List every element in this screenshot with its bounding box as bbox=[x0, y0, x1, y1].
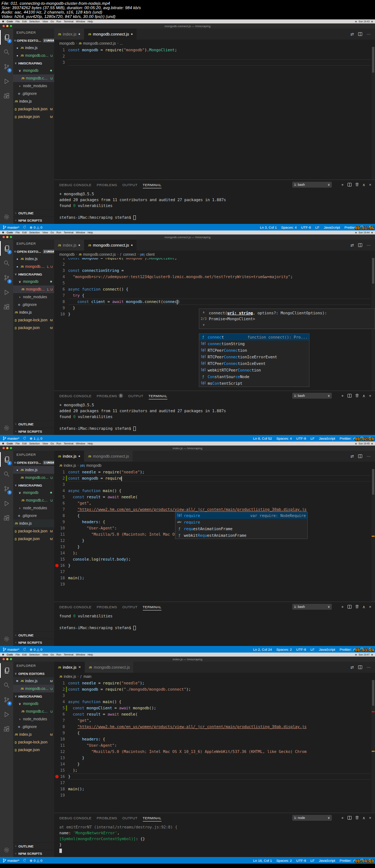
suggest-item[interactable]: ƒwebkitRequestAnimationFrame bbox=[175, 532, 307, 539]
unsaved-dot-icon[interactable]: ● bbox=[131, 32, 133, 36]
settings-gear-icon[interactable] bbox=[0, 211, 13, 223]
open-editor-item[interactable]: ●JSmongodb.co...U bbox=[13, 52, 54, 59]
traffic-light-zoom[interactable] bbox=[10, 25, 12, 27]
tree-item[interactable]: ∨mongodb bbox=[13, 67, 54, 74]
tree-item[interactable]: ›node_modules bbox=[13, 82, 54, 90]
open-changes-icon[interactable]: ⇄ bbox=[350, 665, 354, 670]
status-item[interactable]: JavaScript bbox=[319, 858, 335, 863]
tree-item[interactable]: ◆.gitignore bbox=[13, 512, 54, 520]
breadcrumb[interactable]: JSindex.js›[@]mongodb bbox=[54, 462, 375, 469]
traffic-light-zoom[interactable] bbox=[10, 658, 12, 660]
tree-item[interactable]: ◆.gitignore bbox=[13, 90, 54, 97]
sync-button[interactable] bbox=[23, 858, 26, 862]
split-terminal-icon[interactable] bbox=[348, 816, 352, 820]
more-actions-icon[interactable]: ··· bbox=[367, 32, 371, 36]
debug-icon[interactable] bbox=[0, 285, 13, 300]
maximize-panel-icon[interactable]: ∧ bbox=[363, 816, 365, 820]
tree-item[interactable]: JSmongodb.con...1, U bbox=[13, 285, 54, 293]
sidebar-section-outline[interactable]: ›OUTLINE bbox=[13, 631, 54, 639]
suggest-item[interactable]: ƒrequestAnimationFrame bbox=[175, 525, 307, 532]
sidebar-section-outline[interactable]: ›OUTLINE bbox=[13, 420, 54, 428]
menu-item-selection[interactable]: Selection bbox=[29, 442, 40, 445]
breadcrumb[interactable]: mongodb›JSmongodb.connect.js›... bbox=[54, 40, 375, 47]
status-item[interactable]: Ln 2, Col 24 bbox=[253, 647, 272, 651]
tree-item[interactable]: {}package.json bbox=[13, 746, 54, 754]
status-item[interactable]: LF bbox=[311, 436, 315, 440]
split-editor-icon[interactable] bbox=[358, 454, 362, 458]
input-menu-icon[interactable] bbox=[355, 654, 357, 655]
status-item[interactable]: Prettier: ✓ bbox=[339, 858, 356, 863]
tree-item[interactable]: ›node_modules bbox=[13, 715, 54, 723]
open-editor-item[interactable]: ●JSindex.js bbox=[13, 466, 54, 474]
suggest-item[interactable]: [@]RTCPeerConnectionIceEvent bbox=[199, 360, 309, 367]
terminal-output[interactable]: at emitErrorNT (internal/streams/destroy… bbox=[54, 823, 375, 857]
branch-indicator[interactable]: master* bbox=[3, 225, 19, 229]
tree-item[interactable]: {}package.jsonM bbox=[13, 113, 54, 121]
open-editor-item[interactable]: JSmongodb.co...U bbox=[13, 685, 54, 692]
menu-item-selection[interactable]: Selection bbox=[29, 653, 40, 656]
status-item[interactable]: Spaces: 4 bbox=[281, 225, 297, 229]
traffic-light-close[interactable] bbox=[3, 25, 5, 27]
editor-scrollbar[interactable] bbox=[371, 47, 375, 180]
code-editor[interactable]: 1const mongodb = require("mongodb").Mong… bbox=[54, 47, 375, 180]
tree-item[interactable]: JSmongodb.conn...U bbox=[13, 74, 54, 82]
menu-item-run[interactable]: Run bbox=[56, 442, 61, 445]
close-icon[interactable]: ✕ bbox=[78, 665, 81, 669]
suggest-item[interactable]: [@]msContentScript bbox=[199, 380, 309, 387]
branch-indicator[interactable]: master* bbox=[3, 858, 19, 863]
traffic-light-minimize[interactable] bbox=[6, 236, 8, 238]
panel-tab-terminal[interactable]: TERMINAL bbox=[143, 180, 161, 189]
files-icon[interactable]: 2 bbox=[0, 241, 13, 256]
window-controls[interactable] bbox=[3, 447, 12, 449]
status-item[interactable]: JavaScript bbox=[319, 436, 335, 440]
tab-mongodb-connect-js[interactable]: JSmongodb.connect.js● bbox=[84, 29, 137, 40]
breakpoint-icon[interactable] bbox=[55, 775, 59, 778]
menu-item-window[interactable]: Window bbox=[76, 231, 85, 234]
split-terminal-icon[interactable] bbox=[348, 183, 352, 186]
tab-index-js[interactable]: JSindex.js● bbox=[54, 451, 84, 462]
panel-tab-debug-console[interactable]: DEBUG CONSOLE bbox=[59, 391, 92, 400]
editor-scrollbar[interactable] bbox=[371, 680, 375, 813]
new-terminal-icon[interactable]: + bbox=[341, 394, 344, 398]
debug-icon[interactable] bbox=[0, 707, 13, 722]
source-control-icon[interactable]: 3 bbox=[0, 481, 13, 496]
code-editor[interactable]: 1const needle = require("needle");2const… bbox=[54, 469, 375, 602]
kill-terminal-icon[interactable] bbox=[355, 182, 359, 187]
tab-index-js[interactable]: JSindex.js● bbox=[54, 240, 84, 251]
terminal-shell-select[interactable]: 1: bash∨ bbox=[292, 393, 332, 399]
menu-item-go[interactable]: Go bbox=[51, 442, 54, 445]
spotlight-icon[interactable] bbox=[371, 232, 373, 233]
menu-item-help[interactable]: Help bbox=[88, 231, 93, 234]
status-item[interactable]: LF bbox=[315, 225, 319, 229]
project-root-header[interactable]: ∨HMSCRAPING bbox=[13, 59, 54, 67]
new-terminal-icon[interactable]: + bbox=[341, 605, 344, 609]
menu-item-code[interactable]: Code bbox=[7, 20, 13, 23]
menu-item-window[interactable]: Window bbox=[76, 442, 85, 445]
status-item[interactable]: JavaScript bbox=[319, 647, 335, 651]
open-changes-icon[interactable]: ⇄ bbox=[350, 454, 354, 459]
close-icon[interactable]: ✕ bbox=[15, 679, 19, 683]
code-editor[interactable]: 1const mongodb = require("mongodb").Mong… bbox=[54, 258, 375, 391]
more-actions-icon[interactable]: ··· bbox=[367, 454, 371, 458]
tree-item[interactable]: ›node_modules bbox=[13, 293, 54, 301]
menu-item-run[interactable]: Run bbox=[56, 231, 61, 234]
problems-indicator[interactable]: ⊗0△0 bbox=[30, 858, 42, 863]
panel-tab-output[interactable]: OUTPUT bbox=[122, 180, 137, 189]
tree-item[interactable]: ∨mongodb bbox=[13, 700, 54, 708]
scrollbar-handle[interactable] bbox=[372, 47, 374, 73]
tree-item[interactable]: ◆.gitignore bbox=[13, 723, 54, 731]
code-editor[interactable]: 1const needle = require("needle");2const… bbox=[54, 680, 375, 813]
tree-item[interactable]: {}package.jsonM bbox=[13, 535, 54, 543]
project-root-header[interactable]: ∨HMSCRAPING bbox=[13, 692, 54, 700]
status-item[interactable]: Spaces: 2 bbox=[276, 647, 292, 651]
panel-tab-debug-console[interactable]: DEBUG CONSOLE bbox=[59, 813, 92, 823]
more-actions-icon[interactable]: ··· bbox=[367, 243, 371, 247]
settings-gear-icon[interactable] bbox=[0, 633, 13, 645]
open-editors-header[interactable]: ∨OPEN EDITO...2 UNSAVED bbox=[13, 37, 54, 44]
extensions-icon[interactable] bbox=[0, 89, 13, 103]
panel-tab-terminal[interactable]: TERMINAL bbox=[149, 391, 167, 400]
terminal-output[interactable]: found 0 vulnerabilities stefans-iMac:hms… bbox=[54, 612, 375, 646]
menu-item-edit[interactable]: Edit bbox=[22, 653, 27, 656]
menu-item-go[interactable]: Go bbox=[51, 231, 54, 234]
spotlight-icon[interactable] bbox=[371, 654, 373, 655]
